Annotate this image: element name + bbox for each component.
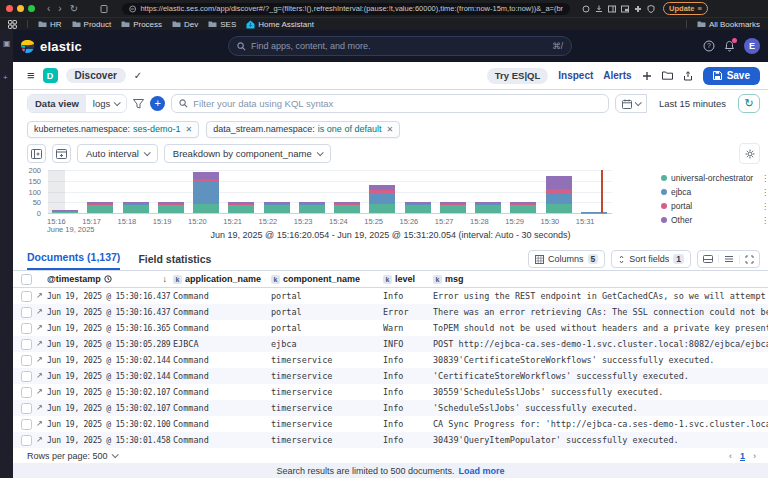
expand-document-icon[interactable]: ↗ bbox=[36, 388, 43, 396]
global-search-input[interactable]: Find apps, content, and more. ⌘/ bbox=[228, 36, 572, 56]
histogram-bar[interactable] bbox=[475, 202, 501, 213]
column-header-application_name[interactable]: kapplication_name bbox=[173, 274, 271, 284]
help-icon[interactable]: ? bbox=[703, 40, 715, 52]
histogram-chart[interactable]: 050100150200 15:1615:1715:1815:1915:2015… bbox=[13, 166, 768, 248]
data-view-value[interactable]: logs bbox=[86, 98, 126, 109]
histogram-bar[interactable] bbox=[546, 176, 572, 213]
rows-per-page-select[interactable]: Rows per page: 500 bbox=[27, 451, 117, 461]
table-row[interactable]: ↗Jun 19, 2025 @ 15:30:02.144Commandtimer… bbox=[13, 368, 768, 384]
close-window-button[interactable] bbox=[6, 5, 13, 12]
histogram-bar[interactable] bbox=[440, 202, 466, 213]
table-row[interactable]: ↗Jun 19, 2025 @ 15:30:16.437Commandporta… bbox=[13, 304, 768, 320]
histogram-bar[interactable] bbox=[299, 202, 325, 213]
legend-item-menu-icon[interactable]: ⋮ bbox=[761, 174, 768, 183]
breadcrumb[interactable]: Discover bbox=[66, 68, 126, 83]
new-session-button[interactable] bbox=[642, 71, 652, 81]
toggle-chart-icon[interactable] bbox=[52, 144, 71, 163]
histogram-bar[interactable] bbox=[510, 202, 536, 213]
expand-document-icon[interactable]: ↗ bbox=[36, 420, 43, 428]
histogram-bar[interactable] bbox=[264, 202, 290, 213]
table-row[interactable]: ↗Jun 19, 2025 @ 15:30:01.458Commandtimer… bbox=[13, 432, 768, 448]
try-esql-button[interactable]: Try ES|QL bbox=[487, 68, 548, 84]
menu-hamburger-icon[interactable]: ≡ bbox=[27, 68, 35, 83]
add-filter-button[interactable]: + bbox=[150, 96, 165, 111]
legend-item-menu-icon[interactable]: ⋮ bbox=[761, 216, 768, 225]
table-row[interactable]: ↗Jun 19, 2025 @ 15:30:05.289EJBCAejbcaIN… bbox=[13, 336, 768, 352]
share-button[interactable] bbox=[683, 71, 693, 81]
row-checkbox[interactable] bbox=[21, 387, 32, 398]
column-header-component_name[interactable]: kcomponent_name bbox=[271, 274, 383, 284]
breakdown-select[interactable]: Breakdown by component_name bbox=[164, 144, 331, 163]
browser-update-button[interactable]: Update≡ bbox=[663, 2, 708, 15]
histogram-bar[interactable] bbox=[87, 202, 113, 213]
bookmark-item[interactable]: Process bbox=[121, 20, 162, 29]
inspect-button[interactable]: Inspect bbox=[558, 70, 593, 81]
table-row[interactable]: ↗Jun 19, 2025 @ 15:30:16.437Commandporta… bbox=[13, 288, 768, 304]
sort-fields-button[interactable]: Sort fields 1 bbox=[611, 250, 691, 268]
row-height-button[interactable] bbox=[718, 255, 739, 263]
histogram-bar[interactable] bbox=[405, 202, 431, 213]
remove-filter-icon[interactable]: ✕ bbox=[386, 125, 393, 134]
column-header-level[interactable]: klevel bbox=[383, 274, 433, 284]
shield-icon[interactable] bbox=[647, 5, 655, 13]
chart-options-gear-icon[interactable] bbox=[739, 143, 760, 164]
row-checkbox[interactable] bbox=[21, 403, 32, 414]
column-header-@timestamp[interactable]: @timestamp↓ bbox=[47, 274, 173, 284]
filter-funnel-button[interactable] bbox=[133, 99, 144, 109]
chart-plot-area[interactable] bbox=[48, 170, 612, 213]
new-tab-icon[interactable]: + bbox=[3, 74, 8, 82]
tab-groups-icon[interactable] bbox=[8, 20, 17, 29]
histogram-bar[interactable] bbox=[193, 172, 219, 213]
toggle-sidebar-icon[interactable] bbox=[27, 144, 46, 163]
row-checkbox[interactable] bbox=[21, 419, 32, 430]
expand-document-icon[interactable]: ↗ bbox=[36, 356, 43, 364]
back-button[interactable]: ‹ bbox=[45, 4, 52, 14]
url-bar[interactable]: https://elastic.ses.com/app/discover#/?_… bbox=[122, 3, 570, 15]
histogram-bar[interactable] bbox=[228, 202, 254, 213]
expand-document-icon[interactable]: ↗ bbox=[36, 292, 43, 300]
table-row[interactable]: ↗Jun 19, 2025 @ 15:30:02.144Commandtimer… bbox=[13, 352, 768, 368]
remove-filter-icon[interactable]: ✕ bbox=[186, 125, 193, 134]
legend-item-menu-icon[interactable]: ⋮ bbox=[761, 202, 768, 211]
row-checkbox[interactable] bbox=[21, 291, 32, 302]
reload-button[interactable]: ↻ bbox=[68, 4, 80, 14]
date-picker-button[interactable] bbox=[615, 94, 647, 113]
expand-document-icon[interactable]: ↗ bbox=[36, 372, 43, 380]
row-checkbox[interactable] bbox=[21, 371, 32, 382]
legend-item[interactable]: ejbca⋮ bbox=[661, 185, 768, 199]
density-button[interactable] bbox=[698, 255, 718, 263]
legend-item-menu-icon[interactable]: ⋮ bbox=[761, 188, 768, 197]
open-session-button[interactable] bbox=[662, 71, 673, 80]
row-checkbox[interactable] bbox=[21, 307, 32, 318]
table-row[interactable]: ↗Jun 19, 2025 @ 15:30:02.107Commandtimer… bbox=[13, 400, 768, 416]
table-row[interactable]: ↗Jun 19, 2025 @ 15:30:02.107Commandtimer… bbox=[13, 384, 768, 400]
histogram-bar[interactable] bbox=[52, 210, 78, 213]
histogram-bar[interactable] bbox=[334, 202, 360, 213]
row-checkbox[interactable] bbox=[21, 339, 32, 350]
user-avatar[interactable]: E bbox=[744, 38, 760, 54]
space-badge[interactable]: D bbox=[43, 68, 58, 83]
bookmark-item[interactable]: SES bbox=[208, 20, 236, 29]
select-all-checkbox[interactable] bbox=[21, 274, 32, 285]
filter-pill[interactable]: kubernetes.namespace: ses-demo-1✕ bbox=[27, 121, 199, 138]
row-checkbox[interactable] bbox=[21, 435, 32, 446]
table-row[interactable]: ↗Jun 19, 2025 @ 15:30:02.100Commandtimer… bbox=[13, 416, 768, 432]
elastic-logo[interactable]: elastic bbox=[20, 39, 82, 54]
forward-button[interactable]: › bbox=[56, 4, 63, 14]
kql-search-input[interactable]: Filter your data using KQL syntax bbox=[171, 94, 609, 113]
column-header-msg[interactable]: kmsg bbox=[433, 274, 768, 284]
page-number[interactable]: 1 bbox=[740, 451, 745, 461]
expand-document-icon[interactable]: ↗ bbox=[36, 324, 43, 332]
load-more-link[interactable]: Load more bbox=[459, 466, 505, 476]
legend-item[interactable]: portal⋮ bbox=[661, 199, 768, 213]
next-page-button[interactable]: › bbox=[753, 451, 756, 461]
filter-pill[interactable]: data_stream.namespace: is one of default… bbox=[206, 121, 400, 138]
extension-icon[interactable] bbox=[582, 5, 590, 13]
download-icon[interactable] bbox=[595, 5, 603, 13]
sort-desc-icon[interactable]: ↓ bbox=[163, 274, 168, 284]
refresh-button[interactable]: ↻ bbox=[738, 94, 760, 113]
bookmark-item[interactable]: Dev bbox=[172, 20, 198, 29]
prev-page-button[interactable]: ‹ bbox=[729, 451, 732, 461]
row-checkbox[interactable] bbox=[21, 355, 32, 366]
data-view-picker[interactable]: Data view logs bbox=[27, 94, 127, 113]
